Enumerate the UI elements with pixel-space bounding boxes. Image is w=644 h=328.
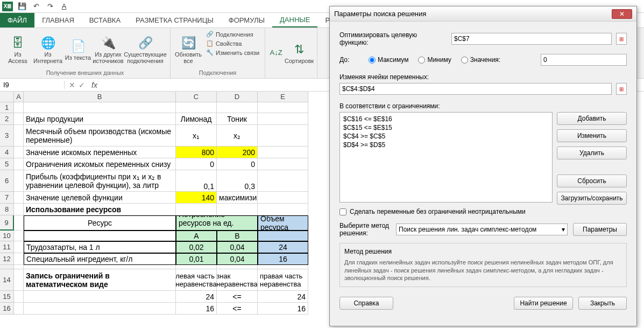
row-header[interactable]: 9 <box>0 215 14 231</box>
cell[interactable] <box>14 215 24 231</box>
radio-max[interactable]: Максимум <box>369 56 408 64</box>
tab-file[interactable]: ФАЙЛ <box>0 13 34 27</box>
row-header[interactable]: 6 <box>0 170 14 192</box>
existing-conn-button[interactable]: 🔗Существующие подключения <box>124 30 167 69</box>
font-color-icon[interactable]: A <box>59 2 69 11</box>
enter-icon[interactable]: ✓ <box>79 81 85 89</box>
cell[interactable]: 140 <box>176 192 217 204</box>
cell[interactable] <box>258 158 308 170</box>
cell[interactable]: Ресурс <box>24 215 176 231</box>
cell[interactable] <box>14 146 24 158</box>
cancel-icon[interactable]: ✕ <box>69 81 75 89</box>
cell[interactable] <box>14 113 24 125</box>
radio-value[interactable]: Значения: <box>461 56 500 64</box>
reset-button[interactable]: Сбросить <box>557 175 627 187</box>
cell[interactable]: Лимонад <box>176 113 217 125</box>
cell[interactable]: 800 <box>176 146 217 158</box>
cell[interactable]: максимизировать <box>217 192 258 204</box>
cell[interactable] <box>14 253 24 265</box>
add-constraint-button[interactable]: Добавить <box>557 112 627 125</box>
delete-constraint-button[interactable]: Удалить <box>557 146 627 159</box>
cell[interactable] <box>14 231 24 241</box>
cell[interactable]: знак неравенства <box>217 269 258 291</box>
row-header[interactable]: 4 <box>0 146 14 158</box>
cell[interactable] <box>24 231 176 241</box>
from-other-button[interactable]: 🔌Из других источников <box>94 30 123 69</box>
close-button[interactable]: Закрыть <box>578 297 627 310</box>
value-of-input[interactable] <box>541 54 627 66</box>
objective-input[interactable] <box>451 33 612 45</box>
cell[interactable] <box>14 303 24 315</box>
name-box[interactable]: I9 <box>0 81 65 89</box>
constraint-item[interactable]: $D$4 >= $D$5 <box>342 141 550 149</box>
cell[interactable]: 24 <box>258 291 308 303</box>
row-header[interactable]: 2 <box>0 113 14 125</box>
cell-ref-icon[interactable]: ⊞ <box>616 33 627 45</box>
constraint-item[interactable]: $C$4 >= $C$5 <box>342 132 550 141</box>
tab-home[interactable]: ГЛАВНАЯ <box>34 13 82 27</box>
fx-icon[interactable]: fx <box>88 81 101 89</box>
cell[interactable]: 0,01 <box>176 253 217 265</box>
edit-constraint-button[interactable]: Изменить <box>557 129 627 142</box>
cell[interactable]: 16 <box>258 303 308 315</box>
from-text-button[interactable]: 📄Из текста <box>63 30 93 69</box>
cell[interactable]: Прибыль (коэффициенты при x₁ и x₂ в урав… <box>24 170 176 192</box>
constraint-item[interactable]: $C$16 <= $E$16 <box>342 115 550 123</box>
cell[interactable] <box>176 102 217 113</box>
tab-insert[interactable]: ВСТАВКА <box>82 13 128 27</box>
cell[interactable]: Тоник <box>217 113 258 125</box>
col-header-a[interactable]: A <box>14 92 24 102</box>
cell[interactable] <box>258 125 308 146</box>
col-header-b[interactable]: B <box>24 92 176 102</box>
cell[interactable] <box>258 146 308 158</box>
sort-asc-button[interactable]: A↓Z <box>268 30 284 76</box>
from-web-button[interactable]: 🌐Из Интернета <box>33 30 62 69</box>
redo-icon[interactable]: ↷ <box>45 2 55 11</box>
method-select[interactable]: Поиск решения лин. задач симплекс-методо… <box>396 224 568 235</box>
cell[interactable]: x₂ <box>217 125 258 146</box>
row-header[interactable]: 1 <box>0 102 14 113</box>
load-save-button[interactable]: Загрузить/сохранить <box>557 192 627 205</box>
cell[interactable] <box>176 265 217 269</box>
sort-button[interactable]: ⇅Сортировк <box>285 30 314 76</box>
cell[interactable]: 200 <box>217 146 258 158</box>
cell[interactable]: Потребление ресурсов на ед. продукта <box>176 215 258 231</box>
properties-button[interactable]: 📋Свойства <box>204 39 261 47</box>
constraint-item[interactable]: $C$15 <= $E$15 <box>342 123 550 132</box>
cell[interactable] <box>258 170 308 192</box>
cell[interactable] <box>14 204 24 215</box>
cell[interactable]: Значение целевой функции <box>24 192 176 204</box>
cell[interactable]: левая часть неравенства <box>176 269 217 291</box>
row-header[interactable]: 15 <box>0 291 14 303</box>
row-header[interactable]: 10 <box>0 231 14 241</box>
tab-layout[interactable]: РАЗМЕТКА СТРАНИЦЫ <box>128 13 221 27</box>
cell[interactable]: B <box>217 231 258 241</box>
help-button[interactable]: Справка <box>339 297 393 310</box>
cell[interactable]: Месячный объем производства (искомые пер… <box>24 125 176 146</box>
cell[interactable]: 16 <box>176 303 217 315</box>
cell[interactable]: Использование ресурсов <box>24 204 176 215</box>
cell[interactable] <box>14 125 24 146</box>
cell[interactable] <box>14 291 24 303</box>
cell[interactable] <box>258 192 308 204</box>
cell[interactable] <box>258 102 308 113</box>
cell[interactable]: Трудозатарты, на 1 л <box>24 241 176 253</box>
cell[interactable] <box>14 241 24 253</box>
col-header-c[interactable]: C <box>176 92 217 102</box>
row-header[interactable] <box>0 265 14 269</box>
cell[interactable]: 0 <box>217 158 258 170</box>
tab-formulas[interactable]: ФОРМУЛЫ <box>221 13 272 27</box>
select-all-cell[interactable] <box>0 92 14 102</box>
cell[interactable] <box>217 204 258 215</box>
refresh-all-button[interactable]: 🔄Обновить все <box>174 30 203 69</box>
col-header-d[interactable]: D <box>217 92 258 102</box>
row-header[interactable]: 16 <box>0 303 14 315</box>
cell[interactable] <box>14 158 24 170</box>
row-header[interactable]: 7 <box>0 192 14 204</box>
from-access-button[interactable]: 🗄Из Access <box>3 30 32 69</box>
cell[interactable] <box>14 102 24 113</box>
cell[interactable] <box>217 102 258 113</box>
row-header[interactable]: 12 <box>0 253 14 265</box>
radio-min-input[interactable] <box>418 57 425 64</box>
radio-min[interactable]: Миниму <box>418 56 451 64</box>
